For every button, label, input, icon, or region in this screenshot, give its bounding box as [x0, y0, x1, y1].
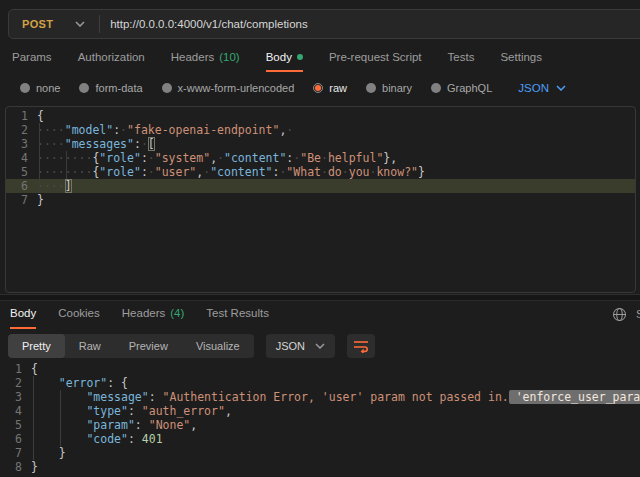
- line-number: 1: [6, 109, 28, 123]
- url-input[interactable]: [100, 18, 640, 30]
- response-tabs: S BodyCookiesHeaders(4)Test Results: [0, 301, 640, 329]
- body-type-raw[interactable]: raw: [313, 82, 347, 94]
- radio-label: none: [36, 82, 60, 94]
- line-number: 4: [0, 404, 22, 418]
- code-token: ·: [148, 165, 155, 179]
- code-text: }: [37, 193, 44, 207]
- code-line[interactable]: 4········{"role":·"system",·"content":·"…: [6, 151, 635, 165]
- code-token: :: [134, 137, 141, 151]
- request-tab-params[interactable]: Params: [12, 46, 52, 72]
- response-language-select[interactable]: JSON: [266, 334, 335, 358]
- body-type-none[interactable]: none: [20, 82, 60, 94]
- line-number: 6: [0, 432, 22, 446]
- code-text: "param": "None",: [31, 418, 197, 432]
- status-text-clipped: S: [636, 308, 640, 320]
- code-line[interactable]: 5········{"role":·"user",·"content":·"Wh…: [6, 165, 635, 179]
- tab-count-badge: (4): [170, 307, 184, 319]
- code-token: {: [37, 109, 44, 123]
- code-line[interactable]: 3····"messages":·[: [6, 137, 635, 151]
- response-tab-headers[interactable]: Headers(4): [122, 301, 185, 329]
- code-token: }: [31, 460, 38, 474]
- code-token: }: [37, 193, 44, 207]
- response-body-viewer[interactable]: 1{2 "error": {3 "message": "Authenticati…: [0, 362, 640, 477]
- pane-divider[interactable]: [0, 294, 640, 301]
- code-token: do: [328, 165, 342, 179]
- code-line[interactable]: 1{: [6, 109, 635, 123]
- body-type-graphql[interactable]: GraphQL: [431, 82, 492, 94]
- view-raw[interactable]: Raw: [65, 334, 115, 358]
- request-tab-body[interactable]: Body: [266, 46, 303, 72]
- code-line[interactable]: 6 "code": 401: [0, 432, 640, 446]
- code-token: "role": [99, 151, 141, 165]
- response-tab-body[interactable]: Body: [10, 301, 36, 329]
- code-token: ]: [65, 179, 72, 193]
- method-select[interactable]: POST: [9, 10, 99, 38]
- request-tab-tests[interactable]: Tests: [448, 46, 475, 72]
- tab-label: Body: [266, 51, 292, 63]
- code-line[interactable]: 3 "message": "Authentication Error, 'use…: [0, 390, 640, 404]
- code-token: "Authentication Error, 'user' param not …: [163, 390, 509, 404]
- code-token: "error": [59, 376, 107, 390]
- code-token: ····: [37, 137, 65, 151]
- code-token: "What: [286, 165, 321, 179]
- code-line[interactable]: 8}: [0, 460, 640, 474]
- code-token: ,: [190, 418, 197, 432]
- radio-icon: [162, 83, 172, 93]
- response-tab-cookies[interactable]: Cookies: [58, 301, 100, 329]
- code-line[interactable]: 6····]: [6, 179, 635, 193]
- code-token: you: [349, 165, 370, 179]
- request-tab-settings[interactable]: Settings: [500, 46, 542, 72]
- globe-icon[interactable]: [612, 307, 627, 322]
- code-token: "None": [149, 418, 191, 432]
- code-token: "user": [155, 165, 197, 179]
- response-tab-test-results[interactable]: Test Results: [206, 301, 269, 329]
- code-token: {: [31, 362, 38, 376]
- code-line[interactable]: 2 "error": {: [0, 376, 640, 390]
- code-token: ·: [342, 165, 349, 179]
- code-text: ········{"role":·"user",·"content":·"Wha…: [37, 165, 425, 179]
- line-number: 8: [0, 460, 22, 474]
- code-line[interactable]: 1{: [0, 362, 640, 376]
- line-number: 7: [6, 193, 28, 207]
- code-text: ····]: [37, 179, 72, 193]
- code-token: [31, 418, 86, 432]
- request-tab-pre-request-script[interactable]: Pre-request Script: [329, 46, 422, 72]
- request-body-editor[interactable]: 1{2····"model":·"fake-openai-endpoint",·…: [5, 106, 636, 293]
- code-line[interactable]: 2····"model":·"fake-openai-endpoint",·: [6, 123, 635, 137]
- raw-language-select[interactable]: JSON: [518, 82, 566, 94]
- code-line[interactable]: 7 }: [0, 446, 640, 460]
- view-pretty[interactable]: Pretty: [8, 334, 65, 358]
- code-token: ·: [321, 151, 328, 165]
- code-text: }: [31, 446, 66, 460]
- code-token: "role": [99, 165, 141, 179]
- code-token: "system": [155, 151, 210, 165]
- code-text: ····"messages":·[: [37, 137, 155, 151]
- tab-label: Params: [12, 51, 52, 63]
- body-type-binary[interactable]: binary: [366, 82, 412, 94]
- body-type-form-data[interactable]: form-data: [79, 82, 142, 94]
- view-preview[interactable]: Preview: [115, 334, 182, 358]
- chevron-down-icon: [556, 85, 566, 91]
- code-token: "fake-openai-endpoint": [127, 123, 279, 137]
- line-number: 2: [6, 123, 28, 137]
- code-token: [31, 376, 59, 390]
- line-number: 1: [0, 362, 22, 376]
- request-tab-authorization[interactable]: Authorization: [78, 46, 145, 72]
- request-tab-headers[interactable]: Headers(10): [171, 46, 240, 72]
- code-token: ····: [37, 179, 65, 193]
- code-token: ·: [321, 165, 328, 179]
- line-number: 5: [0, 418, 22, 432]
- tab-label: Body: [10, 307, 36, 319]
- body-type-x-www-form-urlencoded[interactable]: x-www-form-urlencoded: [162, 82, 295, 94]
- code-text: ········{"role":·"system",·"content":·"B…: [37, 151, 397, 165]
- code-line[interactable]: 7}: [6, 193, 635, 207]
- wrap-lines-button[interactable]: [347, 334, 375, 358]
- code-token: ········: [37, 151, 92, 165]
- view-visualize[interactable]: Visualize: [182, 334, 254, 358]
- radio-icon: [20, 83, 30, 93]
- radio-icon: [431, 83, 441, 93]
- code-line[interactable]: 5 "param": "None",: [0, 418, 640, 432]
- line-number: 6: [6, 179, 28, 193]
- radio-label: GraphQL: [447, 82, 492, 94]
- code-line[interactable]: 4 "type": "auth_error",: [0, 404, 640, 418]
